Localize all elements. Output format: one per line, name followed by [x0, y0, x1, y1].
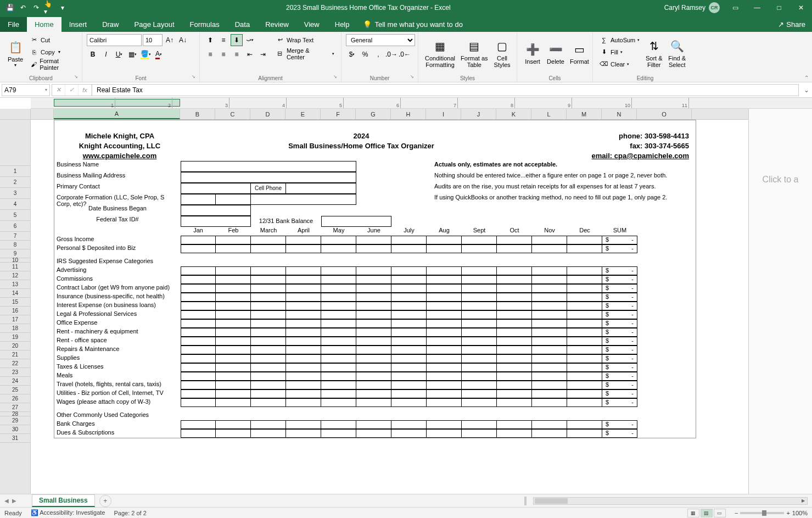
tab-home[interactable]: Home	[27, 17, 61, 32]
column-header-O[interactable]: O	[637, 109, 692, 119]
cell-styles-button[interactable]: ▢Cell Styles	[491, 34, 513, 71]
column-header-I[interactable]: I	[426, 109, 461, 119]
fx-icon[interactable]: fx	[79, 85, 92, 96]
scrollbar-thumb[interactable]	[535, 498, 568, 504]
row-header-8[interactable]: 8	[0, 241, 30, 249]
decrease-font-button[interactable]: A↓	[177, 34, 189, 46]
row-header-25[interactable]: 25	[0, 386, 30, 394]
font-color-button[interactable]: A▾	[153, 48, 165, 60]
tab-scroll-right-icon[interactable]: ▶	[12, 498, 16, 504]
cut-button[interactable]: ✂Cut	[27, 34, 77, 46]
autosum-button[interactable]: ∑AutoSum▾	[597, 34, 642, 46]
minimize-icon[interactable]: —	[746, 0, 768, 15]
column-header-H[interactable]: H	[391, 109, 426, 119]
format-cells-button[interactable]: ▭Format	[568, 34, 591, 71]
tab-file[interactable]: File	[0, 17, 27, 32]
row-header-3[interactable]: 3	[0, 188, 30, 199]
column-header-E[interactable]: E	[285, 109, 321, 119]
increase-font-button[interactable]: A↑	[164, 34, 176, 46]
copy-button[interactable]: ⎘Copy▾	[27, 46, 77, 58]
formula-input[interactable]: Real Estate Tax	[92, 84, 799, 96]
row-header-11[interactable]: 11	[0, 263, 30, 271]
column-header-F[interactable]: F	[321, 109, 356, 119]
delete-cells-button[interactable]: ➖Delete	[545, 34, 567, 71]
row-header-31[interactable]: 31	[0, 434, 30, 443]
orientation-button[interactable]: ⤻▾	[244, 34, 256, 46]
fill-color-button[interactable]: 🪣▾	[139, 48, 152, 60]
zoom-in-button[interactable]: +	[786, 510, 789, 516]
tab-insert[interactable]: Insert	[61, 17, 95, 32]
row-header-21[interactable]: 21	[0, 350, 30, 359]
close-icon[interactable]: ✕	[790, 0, 812, 15]
column-header-J[interactable]: J	[461, 109, 496, 119]
tab-view[interactable]: View	[296, 17, 327, 32]
wrap-text-button[interactable]: ↩Wrap Text	[273, 34, 337, 46]
sheet-tab-active[interactable]: Small Business	[32, 494, 95, 507]
align-top-button[interactable]: ⬆	[204, 34, 216, 46]
column-header-G[interactable]: G	[356, 109, 391, 119]
row-header-23[interactable]: 23	[0, 368, 30, 377]
row-header-10[interactable]: 10	[0, 258, 30, 263]
tab-review[interactable]: Review	[257, 17, 296, 32]
touch-mode-icon[interactable]: 👆▾	[44, 2, 55, 13]
italic-button[interactable]: I	[100, 48, 112, 60]
column-header-L[interactable]: L	[531, 109, 567, 119]
accounting-format-button[interactable]: $▾	[346, 48, 358, 60]
expand-formula-bar-icon[interactable]: ⌄	[801, 86, 812, 94]
row-header-7[interactable]: 7	[0, 232, 30, 241]
align-bottom-button[interactable]: ⬇	[231, 34, 243, 46]
decrease-decimal-button[interactable]: .0←	[399, 48, 411, 60]
row-header-26[interactable]: 26	[0, 394, 30, 403]
align-left-button[interactable]: ≡	[204, 48, 216, 60]
tab-formulas[interactable]: Formulas	[182, 17, 227, 32]
row-header-15[interactable]: 15	[0, 298, 30, 307]
format-painter-button[interactable]: 🖌Format Painter	[27, 58, 77, 70]
ribbon-display-options-icon[interactable]: ▭	[724, 0, 746, 15]
comma-button[interactable]: ,	[372, 48, 384, 60]
accessibility-status[interactable]: ♿ Accessibility: Investigate	[31, 509, 105, 516]
find-select-button[interactable]: 🔍Find & Select	[666, 34, 688, 71]
row-header-30[interactable]: 30	[0, 425, 30, 434]
row-header-29[interactable]: 29	[0, 416, 30, 425]
row-header-6[interactable]: 6	[0, 221, 30, 232]
row-header-13[interactable]: 13	[0, 280, 30, 289]
row-header-17[interactable]: 17	[0, 315, 30, 324]
underline-button[interactable]: U▾	[113, 48, 125, 60]
tab-page-layout[interactable]: Page Layout	[127, 17, 182, 32]
conditional-formatting-button[interactable]: ▦Conditional Formatting	[423, 34, 457, 71]
font-dialog-launcher[interactable]: ↘	[192, 74, 198, 81]
column-header-M[interactable]: M	[567, 109, 602, 119]
tab-scroll-left-icon[interactable]: ◀	[4, 498, 9, 504]
row-header-19[interactable]: 19	[0, 333, 30, 342]
zoom-slider[interactable]	[740, 512, 784, 514]
row-header-18[interactable]: 18	[0, 324, 30, 333]
user-account[interactable]: Caryl Ramsey CR	[664, 2, 724, 13]
cancel-formula-icon[interactable]: ✕	[52, 85, 65, 96]
alignment-dialog-launcher[interactable]: ↘	[333, 74, 340, 81]
scroll-right-icon[interactable]: ▶	[799, 498, 807, 504]
border-button[interactable]: ▦▾	[126, 48, 138, 60]
fill-button[interactable]: ⬇Fill▾	[597, 46, 642, 58]
font-name-select[interactable]	[87, 34, 142, 46]
save-icon[interactable]: 💾	[4, 2, 15, 13]
column-header-N[interactable]: N	[602, 109, 637, 119]
tab-draw[interactable]: Draw	[94, 17, 126, 32]
maximize-icon[interactable]: □	[768, 0, 790, 15]
number-format-select[interactable]: General	[346, 34, 415, 46]
page-layout-view-button[interactable]: ▤	[701, 509, 713, 517]
clear-button[interactable]: ⌫Clear▾	[597, 58, 642, 70]
zoom-level[interactable]: 100%	[792, 510, 808, 516]
select-all-corner[interactable]	[0, 109, 30, 120]
page-break-view-button[interactable]: ▭	[714, 509, 726, 517]
name-box[interactable]: A79▾	[2, 84, 50, 96]
insert-cells-button[interactable]: ➕Insert	[522, 34, 544, 71]
row-header-20[interactable]: 20	[0, 342, 30, 350]
increase-decimal-button[interactable]: .0→	[385, 48, 397, 60]
bold-button[interactable]: B	[87, 48, 99, 60]
row-header-22[interactable]: 22	[0, 359, 30, 368]
row-header-4[interactable]: 4	[0, 199, 30, 210]
row-header-12[interactable]: 12	[0, 271, 30, 280]
align-center-button[interactable]: ≡	[217, 48, 229, 60]
align-middle-button[interactable]: ≡	[217, 34, 229, 46]
merge-center-button[interactable]: ⊟Merge & Center▾	[273, 48, 337, 59]
